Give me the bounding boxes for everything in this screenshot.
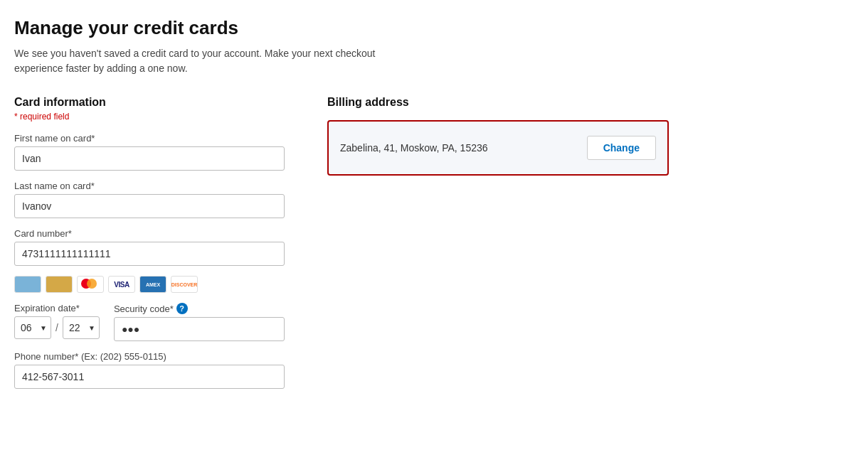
card-section: Card information * required field First … [14, 96, 285, 399]
expiry-selects: 010203 040506 070809 101112 ▼ / 202122 2… [14, 316, 100, 339]
card-number-input[interactable] [14, 242, 285, 266]
security-group: Security code* ? [114, 303, 285, 341]
required-note: * required field [14, 112, 285, 122]
security-label: Security code* [114, 304, 174, 314]
billing-address-text: Zabelina, 41, Moskow, PA, 15236 [340, 142, 488, 154]
first-name-group: First name on card* [14, 133, 285, 171]
last-name-input[interactable] [14, 194, 285, 218]
expiry-group: Expiration date* 010203 040506 070809 10… [14, 303, 100, 339]
security-code-input[interactable] [114, 317, 285, 341]
billing-section-title: Billing address [327, 96, 669, 109]
slash-separator: / [54, 322, 60, 333]
card-number-group: Card number* [14, 228, 285, 266]
expiry-security-row: Expiration date* 010203 040506 070809 10… [14, 303, 285, 341]
year-select-wrapper: 202122 232425 262728 ▼ [63, 316, 100, 339]
security-help-icon[interactable]: ? [176, 303, 188, 314]
mastercard-icon [77, 276, 104, 293]
billing-address-box: Zabelina, 41, Moskow, PA, 15236 Change [327, 120, 669, 176]
card-icons: VISA AMEX DISCOVER [14, 276, 285, 293]
required-text: required field [20, 112, 69, 122]
card-number-label: Card number* [14, 228, 285, 239]
asterisk: * [14, 112, 18, 122]
mc-circle-right [87, 279, 97, 289]
page-title: Manage your credit cards [14, 17, 854, 39]
gold-card-icon [46, 276, 73, 293]
last-name-group: Last name on card* [14, 181, 285, 218]
amex-icon: AMEX [139, 276, 166, 293]
last-name-label: Last name on card* [14, 181, 285, 191]
page-subtitle: We see you haven't saved a credit card t… [14, 46, 384, 76]
mc-circles [81, 279, 100, 290]
expiry-month-select[interactable]: 010203 040506 070809 101112 [14, 316, 51, 339]
security-header: Security code* ? [114, 303, 285, 314]
change-address-button[interactable]: Change [587, 136, 656, 160]
main-layout: Card information * required field First … [14, 96, 854, 399]
discover-icon: DISCOVER [171, 276, 198, 293]
blue-card-icon [14, 276, 41, 293]
expiry-label: Expiration date* [14, 303, 100, 313]
phone-group: Phone number* (Ex: (202) 555-0115) [14, 351, 285, 389]
month-select-wrapper: 010203 040506 070809 101112 ▼ [14, 316, 51, 339]
billing-section: Billing address Zabelina, 41, Moskow, PA… [327, 96, 669, 176]
phone-input[interactable] [14, 365, 285, 389]
card-section-title: Card information [14, 96, 285, 109]
visa-icon: VISA [108, 276, 135, 293]
first-name-label: First name on card* [14, 133, 285, 144]
phone-label: Phone number* (Ex: (202) 555-0115) [14, 351, 285, 362]
first-name-input[interactable] [14, 146, 285, 171]
expiry-year-select[interactable]: 202122 232425 262728 [63, 316, 100, 339]
